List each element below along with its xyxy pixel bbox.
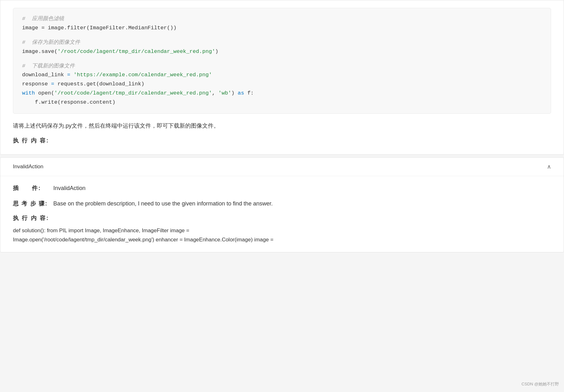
invalid-action-title: InvalidAction [13,164,43,170]
steps-value: Base on the problem description, I need … [53,199,273,208]
csdn-watermark: CSDN @她她不打野 [521,381,559,387]
code-string-save: '/root/code/lagent/tmp_dir/calendar_week… [57,49,215,55]
page-container: # 应用颜色滤镜 image = image.filter(ImageFilte… [0,0,564,392]
code-response: response = requests.get(download_link) [22,80,542,89]
chevron-up-icon: ∧ [547,163,551,170]
exec-label-top: 执 行 内 容: [13,137,551,144]
code-blank-1 [22,33,542,38]
invalid-action-body: 插 件: InvalidAction 思 考 步 骤: Base on the … [0,176,564,252]
code-string-wb: 'wb' [218,90,231,96]
exec-content: def solution(): from PIL import Image, I… [13,226,551,245]
invalid-action-header[interactable]: InvalidAction ∧ [0,158,564,176]
code-with-line: with open('/root/code/lagent/tmp_dir/cal… [22,89,542,98]
code-keyword-with: with [22,90,35,96]
steps-row: 思 考 步 骤: Base on the problem description… [13,199,551,208]
plugin-value: InvalidAction [53,184,85,193]
code-comment-1: # 应用颜色滤镜 [22,14,542,24]
code-line-1: image = image.filter(ImageFilter.MedianF… [22,24,542,33]
code-download-link: download_link = 'https://example.com/cal… [22,71,542,80]
code-comment-2: # 保存为新的图像文件 [22,38,542,47]
exec-content-line1: def solution(): from PIL import Image, I… [13,226,551,235]
code-string-path: '/root/code/lagent/tmp_dir/calendar_week… [54,90,212,96]
prose-text: 请将上述代码保存为.py文件，然后在终端中运行该文件，即可下载新的图像文件。 [13,121,551,130]
section-invalid-action: InvalidAction ∧ 插 件: InvalidAction 思 考 步… [0,157,564,252]
steps-label: 思 考 步 骤: [13,199,51,208]
code-save-line: image.save('/root/code/lagent/tmp_dir/ca… [22,47,542,56]
plugin-row: 插 件: InvalidAction [13,184,551,193]
exec-label-bottom: 执 行 内 容: [13,214,551,222]
code-block: # 应用颜色滤镜 image = image.filter(ImageFilte… [13,8,551,114]
code-write: f.write(response.content) [22,98,542,107]
plugin-label: 插 件: [13,184,51,193]
code-blank-2 [22,56,542,62]
code-string-url: 'https://example.com/calendar_week_red.p… [73,72,212,78]
code-comment-3: # 下载新的图像文件 [22,62,542,71]
code-keyword-as: as [238,90,244,96]
exec-content-line2: Image.open('/root/code/lagent/tmp_dir/ca… [13,235,551,245]
section-top: # 应用颜色滤镜 image = image.filter(ImageFilte… [0,0,564,155]
